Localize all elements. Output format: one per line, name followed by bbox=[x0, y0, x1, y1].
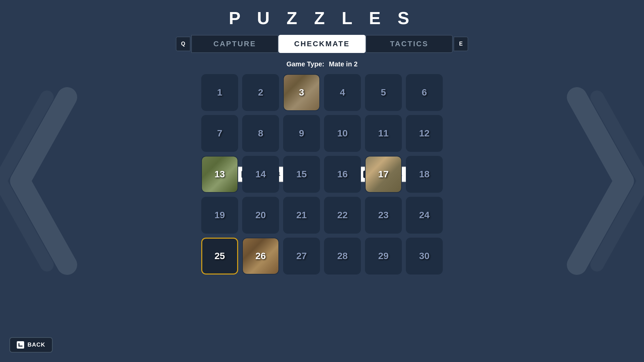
puzzle-number-30: 30 bbox=[419, 251, 429, 261]
tab-bar: Q CAPTURE CHECKMATE TACTICS E bbox=[171, 35, 473, 53]
puzzle-number-21: 21 bbox=[296, 210, 307, 221]
puzzle-number-5: 5 bbox=[381, 87, 386, 98]
puzzle-number-16: 16 bbox=[337, 169, 347, 180]
tab-checkmate[interactable]: CHECKMATE bbox=[278, 35, 366, 53]
puzzle-cell-26[interactable]: 26 bbox=[242, 238, 279, 275]
puzzle-number-23: 23 bbox=[378, 210, 388, 221]
tab-capture[interactable]: CAPTURE bbox=[191, 35, 278, 53]
game-type-label: Game Type: bbox=[286, 60, 324, 68]
puzzle-number-29: 29 bbox=[378, 251, 388, 261]
puzzle-cell-5[interactable]: 5 bbox=[365, 74, 402, 111]
back-arrow-shape bbox=[18, 343, 22, 347]
puzzle-grid: Z MATE IN 1 X MATE IN 1 1234567891011121… bbox=[201, 74, 443, 275]
puzzle-cell-15[interactable]: 15 bbox=[283, 156, 320, 193]
puzzle-number-3: 3 bbox=[299, 87, 304, 98]
puzzle-cell-6[interactable]: 6 bbox=[406, 74, 443, 111]
tab-icon-left: Q bbox=[176, 37, 191, 51]
puzzle-cell-8[interactable]: 8 bbox=[242, 115, 279, 152]
puzzle-cell-3[interactable]: 3 bbox=[283, 74, 320, 111]
puzzle-cell-14[interactable]: 14 bbox=[242, 156, 279, 193]
puzzle-cell-19[interactable]: 19 bbox=[201, 197, 238, 234]
puzzle-number-10: 10 bbox=[337, 128, 347, 139]
puzzle-cell-13[interactable]: 13 bbox=[201, 156, 238, 193]
puzzle-cell-27[interactable]: 27 bbox=[283, 238, 320, 275]
tab-icon-right: E bbox=[453, 37, 468, 51]
puzzle-number-12: 12 bbox=[419, 128, 429, 139]
puzzle-number-7: 7 bbox=[217, 128, 222, 139]
tab-tactics[interactable]: TACTICS bbox=[366, 35, 453, 53]
back-icon bbox=[17, 341, 24, 349]
puzzle-row-1: 123456 bbox=[201, 74, 443, 111]
puzzle-cell-10[interactable]: 10 bbox=[324, 115, 361, 152]
puzzle-number-25: 25 bbox=[214, 251, 225, 261]
puzzle-cell-23[interactable]: 23 bbox=[365, 197, 402, 234]
puzzle-number-17: 17 bbox=[378, 169, 388, 180]
puzzle-cell-20[interactable]: 20 bbox=[242, 197, 279, 234]
puzzle-cell-21[interactable]: 21 bbox=[283, 197, 320, 234]
puzzle-number-24: 24 bbox=[419, 210, 429, 221]
puzzle-cell-29[interactable]: 29 bbox=[365, 238, 402, 275]
puzzle-number-1: 1 bbox=[217, 87, 222, 98]
puzzle-row-5: 252627282930 bbox=[201, 238, 443, 275]
back-button[interactable]: BACK bbox=[9, 337, 53, 353]
puzzle-number-14: 14 bbox=[255, 169, 266, 180]
puzzle-number-4: 4 bbox=[340, 87, 345, 98]
puzzle-number-28: 28 bbox=[337, 251, 347, 261]
puzzle-cell-12[interactable]: 12 bbox=[406, 115, 443, 152]
puzzle-number-20: 20 bbox=[255, 210, 266, 221]
puzzle-number-13: 13 bbox=[214, 169, 225, 180]
puzzle-number-6: 6 bbox=[422, 87, 427, 98]
puzzle-cell-28[interactable]: 28 bbox=[324, 238, 361, 275]
game-type-row: Game Type: Mate in 2 bbox=[286, 60, 358, 68]
puzzle-row-2: 789101112 bbox=[201, 115, 443, 152]
puzzle-number-19: 19 bbox=[214, 210, 225, 221]
puzzle-cell-11[interactable]: 11 bbox=[365, 115, 402, 152]
puzzle-number-9: 9 bbox=[299, 128, 304, 139]
puzzle-cell-4[interactable]: 4 bbox=[324, 74, 361, 111]
puzzle-cell-9[interactable]: 9 bbox=[283, 115, 320, 152]
puzzle-number-15: 15 bbox=[296, 169, 307, 180]
puzzle-number-27: 27 bbox=[296, 251, 307, 261]
puzzle-cell-2[interactable]: 2 bbox=[242, 74, 279, 111]
puzzle-row-4: 192021222324 bbox=[201, 197, 443, 234]
puzzle-cell-16[interactable]: 16 bbox=[324, 156, 361, 193]
puzzle-number-26: 26 bbox=[255, 251, 266, 261]
puzzle-cell-1[interactable]: 1 bbox=[201, 74, 238, 111]
puzzle-number-2: 2 bbox=[258, 87, 263, 98]
game-type-value: Mate in 2 bbox=[329, 60, 358, 68]
puzzle-cell-7[interactable]: 7 bbox=[201, 115, 238, 152]
puzzle-cell-24[interactable]: 24 bbox=[406, 197, 443, 234]
page-title: P U Z Z L E S bbox=[229, 0, 415, 35]
puzzle-cell-22[interactable]: 22 bbox=[324, 197, 361, 234]
puzzle-cell-18[interactable]: 18 bbox=[406, 156, 443, 193]
back-label: BACK bbox=[28, 342, 45, 348]
puzzle-number-11: 11 bbox=[378, 128, 388, 139]
puzzle-number-18: 18 bbox=[419, 169, 429, 180]
puzzle-number-8: 8 bbox=[258, 128, 263, 139]
puzzle-cell-25[interactable]: 25 bbox=[201, 238, 238, 275]
puzzle-cell-17[interactable]: 17 bbox=[365, 156, 402, 193]
puzzle-cell-30[interactable]: 30 bbox=[406, 238, 443, 275]
puzzle-row-3: 131415161718 bbox=[201, 156, 443, 193]
puzzle-number-22: 22 bbox=[337, 210, 347, 221]
